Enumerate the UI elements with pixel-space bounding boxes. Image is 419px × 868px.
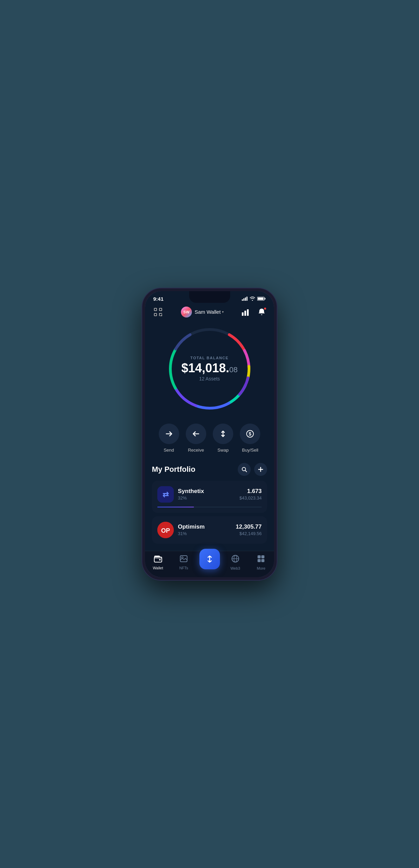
- phone-screen: 9:41: [145, 291, 274, 577]
- chevron-down-icon: ▾: [222, 310, 224, 314]
- buysell-icon: $: [246, 430, 254, 438]
- buysell-icon-circle: $: [240, 424, 260, 444]
- nfts-nav-icon: [180, 555, 188, 565]
- notch: [189, 291, 230, 303]
- chart-icon: [241, 308, 250, 316]
- portfolio-header: My Portfolio: [152, 463, 267, 476]
- receive-button[interactable]: Receive: [186, 424, 206, 453]
- bottom-nav: Wallet NFTs: [145, 551, 274, 577]
- notification-button[interactable]: [256, 307, 267, 318]
- op-usd: $42,149.56: [236, 531, 262, 536]
- svg-rect-0: [242, 299, 243, 301]
- svg-rect-51: [261, 559, 264, 562]
- balance-ring: TOTAL BALANCE $14,018.08 12 Assets: [165, 324, 254, 413]
- receive-icon-circle: [186, 424, 206, 444]
- avatar: SW: [181, 307, 192, 318]
- svg-text:⇄: ⇄: [162, 490, 169, 499]
- more-nav-label: More: [257, 566, 265, 570]
- svg-rect-41: [159, 559, 161, 560]
- svg-rect-5: [258, 298, 264, 300]
- center-swap-button[interactable]: [199, 549, 220, 569]
- header-right: [240, 307, 267, 318]
- snx-info: Synthetix 32%: [178, 488, 235, 501]
- swap-icon-circle: [213, 424, 233, 444]
- svg-rect-6: [265, 298, 266, 300]
- svg-rect-8: [159, 308, 162, 311]
- snx-progress-bar-wrapper: [157, 507, 262, 507]
- send-icon: [165, 430, 173, 438]
- buysell-label: Buy/Sell: [242, 448, 259, 453]
- header-left: [152, 306, 164, 318]
- op-percentage: 31%: [178, 531, 232, 536]
- portfolio-section: My Portfolio: [145, 459, 274, 544]
- snx-name: Synthetix: [178, 488, 235, 495]
- wallet-name: Sam Wallet ▾: [195, 309, 224, 315]
- send-icon-circle: [159, 424, 179, 444]
- nav-item-web3[interactable]: Web3: [222, 555, 248, 570]
- receive-icon: [192, 430, 200, 438]
- svg-rect-9: [154, 313, 157, 316]
- wallet-nav-icon: [154, 555, 162, 565]
- svg-rect-16: [247, 309, 249, 316]
- svg-rect-7: [154, 308, 157, 311]
- web3-nav-icon: [231, 555, 239, 565]
- scan-button[interactable]: [152, 306, 164, 318]
- portfolio-add-button[interactable]: [254, 463, 267, 476]
- status-icons: [242, 297, 266, 301]
- svg-rect-3: [247, 297, 248, 301]
- asset-row-snx: ⇄ Synthetix 32% 1.673 $43,023.34: [157, 486, 262, 503]
- battery-icon: [257, 297, 266, 301]
- swap-label: Swap: [218, 448, 229, 453]
- portfolio-search-button[interactable]: [238, 463, 251, 476]
- svg-rect-48: [258, 555, 261, 558]
- op-amount: 12,305.77: [236, 523, 262, 530]
- op-icon: OP: [157, 522, 174, 538]
- web3-nav-label: Web3: [231, 566, 240, 570]
- snx-values: 1.673 $43,023.34: [239, 488, 262, 501]
- search-icon: [241, 467, 247, 472]
- phone-frame: 9:41: [142, 288, 277, 580]
- svg-rect-2: [245, 298, 246, 301]
- swap-button[interactable]: Swap: [213, 424, 233, 453]
- snx-percentage: 32%: [178, 495, 235, 501]
- asset-card-snx[interactable]: ⇄ Synthetix 32% 1.673 $43,023.34: [152, 481, 267, 513]
- portfolio-actions: [238, 463, 267, 476]
- nav-item-wallet[interactable]: Wallet: [145, 555, 171, 570]
- nav-item-center[interactable]: [197, 556, 222, 569]
- svg-rect-49: [261, 555, 264, 558]
- send-button[interactable]: Send: [159, 424, 179, 453]
- buysell-button[interactable]: $ Buy/Sell: [240, 424, 260, 453]
- signal-icon: [242, 297, 248, 301]
- swap-icon: [219, 430, 227, 438]
- svg-rect-14: [242, 312, 244, 316]
- balance-label: TOTAL BALANCE: [181, 356, 238, 360]
- snx-amount: 1.673: [239, 488, 262, 495]
- svg-rect-15: [244, 311, 246, 316]
- balance-assets: 12 Assets: [181, 376, 238, 381]
- snx-icon: ⇄: [157, 486, 174, 503]
- op-info: Optimism 31%: [178, 523, 232, 536]
- asset-card-op[interactable]: OP Optimism 31% 12,305.77 $42,149.56: [152, 516, 267, 544]
- nav-item-nfts[interactable]: NFTs: [171, 555, 196, 570]
- receive-label: Receive: [188, 448, 204, 453]
- send-label: Send: [163, 448, 174, 453]
- op-values: 12,305.77 $42,149.56: [236, 523, 262, 536]
- asset-row-op: OP Optimism 31% 12,305.77 $42,149.56: [157, 522, 262, 538]
- wallet-selector[interactable]: SW Sam Wallet ▾: [181, 307, 224, 318]
- nav-item-more[interactable]: More: [248, 555, 274, 570]
- snx-usd: $43,023.34: [239, 495, 262, 501]
- balance-amount: $14,018.08: [181, 361, 238, 375]
- balance-section: TOTAL BALANCE $14,018.08 12 Assets: [145, 321, 274, 420]
- wallet-nav-label: Wallet: [153, 566, 163, 570]
- action-buttons: Send Receive: [145, 420, 274, 459]
- svg-rect-1: [244, 298, 245, 301]
- more-nav-icon: [257, 555, 265, 565]
- plus-icon: [258, 467, 263, 472]
- svg-line-33: [245, 470, 247, 472]
- ring-text: TOTAL BALANCE $14,018.08 12 Assets: [181, 356, 238, 382]
- header: SW Sam Wallet ▾: [145, 302, 274, 321]
- op-name: Optimism: [178, 523, 232, 530]
- portfolio-title: My Portfolio: [152, 465, 195, 474]
- scan-icon: [153, 307, 163, 317]
- chart-button[interactable]: [240, 307, 251, 318]
